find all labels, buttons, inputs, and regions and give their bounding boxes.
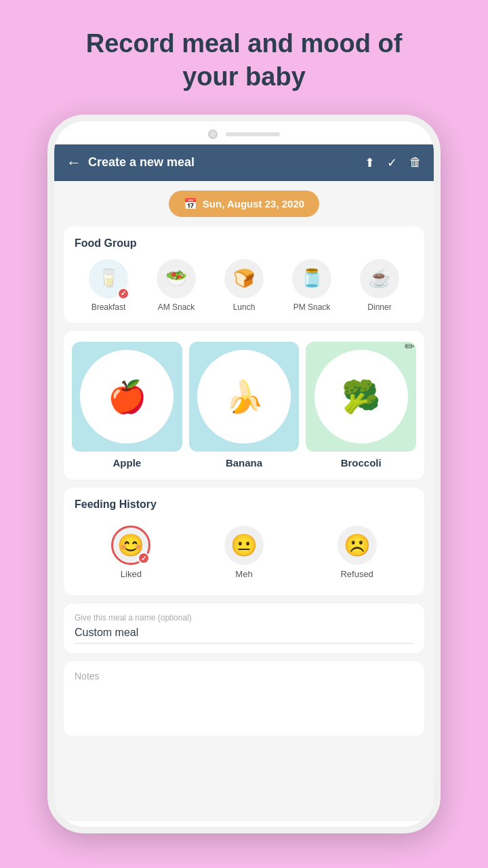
banana-label: Banana	[226, 457, 262, 469]
dinner-icon: ☕	[369, 268, 390, 289]
phone-speaker	[226, 132, 280, 136]
apple-img-wrap: 🍎	[72, 342, 182, 452]
feeding-history-card: Feeding History 😊 ✓ Liked 😐 Meh	[64, 488, 424, 595]
mood-refused[interactable]: ☹️ Refused	[338, 526, 377, 579]
breakfast-icon: 🥛	[98, 268, 119, 289]
lunch-label: Lunch	[233, 302, 256, 312]
meh-emoji: 😐	[230, 532, 258, 558]
feeding-history-title: Feeding History	[75, 498, 413, 511]
header-left: ← Create a new meal	[66, 154, 195, 172]
refused-label: Refused	[340, 569, 373, 579]
dinner-icon-wrap: ☕	[360, 259, 399, 298]
meal-name-card: Give this meal a name (optional) Custom …	[64, 604, 424, 653]
notes-card: Notes	[64, 661, 424, 736]
phone-shell: ← Create a new meal ⬆ ✓ 🗑 📅 Sun, August …	[47, 115, 441, 833]
broccoli-emoji: 🥦	[342, 378, 380, 415]
pmsnack-icon: 🫙	[301, 268, 323, 289]
food-groups-list: 🥛 Breakfast 🥗 AM Snack 🍞 Lunch	[75, 259, 413, 312]
broccoli-circle: 🥦	[314, 350, 408, 443]
meal-name-label: Give this meal a name (optional)	[75, 613, 413, 623]
apple-emoji: 🍎	[108, 378, 146, 415]
banana-emoji: 🍌	[225, 378, 264, 415]
notes-label: Notes	[75, 671, 413, 682]
food-group-card: Food Group 🥛 Breakfast 🥗 AM Snack	[64, 226, 424, 323]
dinner-label: Dinner	[367, 302, 391, 312]
food-items-grid: 🍎 Apple 🍌 Banana	[72, 342, 416, 469]
header-title: Create a new meal	[88, 155, 195, 170]
date-text: Sun, August 23, 2020	[203, 198, 304, 210]
refused-emoji: ☹️	[344, 532, 371, 558]
food-group-pmsnack[interactable]: 🫙 PM Snack	[292, 259, 331, 312]
food-group-breakfast[interactable]: 🥛 Breakfast	[89, 259, 128, 312]
back-button[interactable]: ←	[66, 154, 81, 172]
food-group-dinner[interactable]: ☕ Dinner	[360, 259, 399, 312]
amsnack-label: AM Snack	[158, 302, 195, 312]
date-badge[interactable]: 📅 Sun, August 23, 2020	[169, 191, 319, 217]
phone-camera	[208, 130, 218, 139]
meh-circle: 😐	[224, 526, 264, 565]
food-group-title: Food Group	[75, 237, 413, 250]
banana-img-wrap: 🍌	[189, 342, 300, 452]
meh-label: Meh	[235, 569, 252, 579]
food-group-amsnack[interactable]: 🥗 AM Snack	[157, 259, 196, 312]
broccoli-img-wrap: 🥦	[306, 342, 416, 452]
app-content: 📅 Sun, August 23, 2020 Food Group 🥛 Brea…	[54, 181, 434, 821]
confirm-button[interactable]: ✓	[387, 155, 397, 170]
amsnack-icon-wrap: 🥗	[157, 259, 196, 298]
mood-liked[interactable]: 😊 ✓ Liked	[111, 526, 150, 579]
share-button[interactable]: ⬆	[365, 155, 375, 170]
breakfast-selected-badge	[117, 288, 129, 300]
pmsnack-label: PM Snack	[293, 302, 331, 312]
liked-circle: 😊 ✓	[111, 526, 150, 565]
breakfast-label: Breakfast	[92, 302, 126, 312]
app-header: ← Create a new meal ⬆ ✓ 🗑	[54, 144, 434, 181]
banana-circle: 🍌	[197, 350, 291, 443]
mood-meh[interactable]: 😐 Meh	[224, 526, 264, 579]
delete-button[interactable]: 🗑	[409, 155, 422, 170]
food-item-banana[interactable]: 🍌 Banana	[189, 342, 300, 469]
lunch-icon: 🍞	[233, 268, 255, 289]
amsnack-icon: 🥗	[165, 268, 187, 289]
feeding-history-moods: 😊 ✓ Liked 😐 Meh ☹️ Refused	[75, 520, 413, 585]
food-group-lunch[interactable]: 🍞 Lunch	[224, 259, 264, 312]
food-item-broccoli[interactable]: 🥦 Broccoli	[306, 342, 416, 469]
meal-name-input[interactable]: Custom meal	[75, 627, 413, 644]
edit-icon[interactable]: ✏	[405, 339, 415, 354]
calendar-icon: 📅	[184, 197, 197, 210]
broccoli-label: Broccoli	[341, 457, 382, 469]
refused-circle: ☹️	[338, 526, 377, 565]
lunch-icon-wrap: 🍞	[224, 259, 264, 298]
food-item-apple[interactable]: 🍎 Apple	[72, 342, 182, 469]
header-icons: ⬆ ✓ 🗑	[365, 155, 422, 170]
page-title: Record meal and mood of your baby	[45, 0, 443, 115]
liked-label: Liked	[121, 569, 142, 579]
food-items-card: ✏ 🍎 Apple 🍌 Banana	[64, 331, 424, 480]
apple-label: Apple	[113, 457, 142, 469]
pmsnack-icon-wrap: 🫙	[292, 259, 331, 298]
apple-circle: 🍎	[80, 350, 174, 443]
phone-top-bar	[54, 121, 434, 144]
liked-badge: ✓	[138, 552, 150, 564]
breakfast-icon-wrap: 🥛	[89, 259, 128, 298]
